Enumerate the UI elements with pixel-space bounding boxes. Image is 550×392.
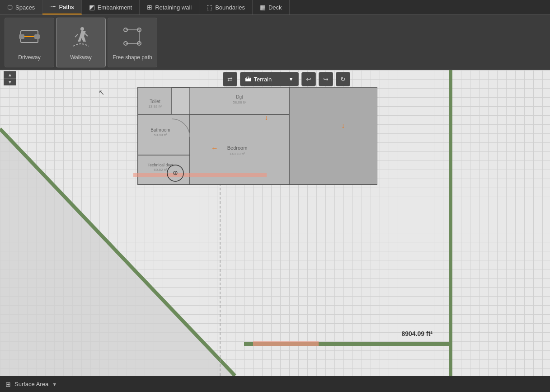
terrain-svg <box>0 70 550 376</box>
svg-rect-3 <box>34 34 40 39</box>
svg-rect-20 <box>190 87 289 114</box>
retaining-wall-icon: ⊞ <box>147 4 152 11</box>
svg-text:↓: ↓ <box>264 113 268 121</box>
tab-spaces-label: Spaces <box>15 4 35 11</box>
svg-rect-18 <box>138 155 190 184</box>
paths-icon: 〰 <box>50 3 56 10</box>
redo-button[interactable]: ↪ <box>319 72 333 86</box>
svg-rect-17 <box>138 114 190 155</box>
tab-retaining-wall-label: Retaining wall <box>155 4 192 11</box>
svg-rect-15 <box>138 87 377 184</box>
tab-paths-label: Paths <box>59 4 74 10</box>
spaces-icon: ⬡ <box>7 4 13 11</box>
svg-rect-19 <box>190 114 289 184</box>
canvas-area[interactable]: ▲ ▼ ⇄ 🏔 Terrain ▼ ↩ ↪ ↻ <box>0 70 550 376</box>
walkway-icon <box>69 24 93 52</box>
free-shape-path-label: Free shape path <box>113 54 152 61</box>
svg-text:50.90 ft²: 50.90 ft² <box>154 133 167 137</box>
svg-text:Bathroom: Bathroom <box>150 128 170 132</box>
svg-text:⊕: ⊕ <box>173 169 178 176</box>
tab-boundaries-label: Boundaries <box>215 4 245 11</box>
svg-rect-13 <box>253 341 319 346</box>
zoom-controls: ▲ ▼ <box>4 71 16 85</box>
driveway-icon <box>17 24 42 52</box>
svg-point-5 <box>80 27 84 31</box>
free-shape-path-tool[interactable]: Free shape path <box>108 18 157 67</box>
svg-text:58.08 ft²: 58.08 ft² <box>233 100 246 104</box>
svg-text:Toilet: Toilet <box>150 99 160 104</box>
zoom-up-btn[interactable]: ▲ <box>4 71 16 78</box>
tab-retaining-wall[interactable]: ⊞ Retaining wall <box>140 0 199 14</box>
tab-embankment[interactable]: ◩ Embankment <box>82 0 140 14</box>
driveway-tool[interactable]: Driveway <box>5 18 54 67</box>
driveway-label: Driveway <box>18 54 40 61</box>
area-label: 8904.09 ft² <box>402 330 432 337</box>
terrain-chevron: ▼ <box>289 76 294 82</box>
tools-toolbar: Driveway Walkway Free shape path <box>0 15 550 70</box>
embankment-icon: ◩ <box>89 4 95 11</box>
swap-button[interactable]: ⇄ <box>223 72 237 86</box>
svg-text:Dgt: Dgt <box>236 94 243 99</box>
svg-point-36 <box>167 165 183 181</box>
canvas-toolbar: ▲ ▼ ⇄ 🏔 Terrain ▼ ↩ ↪ ↻ <box>0 70 550 88</box>
svg-rect-22 <box>133 173 267 177</box>
svg-text:148.10 ft²: 148.10 ft² <box>230 152 245 156</box>
deck-icon: ▦ <box>260 4 266 11</box>
cursor-indicator: ↖ <box>99 88 104 97</box>
building-svg: Toilet 13.92 ft² Bathroom 50.90 ft² Tech… <box>133 83 377 189</box>
svg-text:60.82 ft²: 60.82 ft² <box>154 168 167 172</box>
boundaries-icon: ⬚ <box>207 4 212 11</box>
walkway-tool[interactable]: Walkway <box>56 18 106 67</box>
svg-rect-21 <box>289 87 377 184</box>
tab-spaces[interactable]: ⬡ Spaces <box>0 0 42 14</box>
svg-text:↓: ↓ <box>341 122 345 129</box>
svg-text:Bedroom: Bedroom <box>227 145 248 151</box>
svg-rect-16 <box>138 87 172 114</box>
svg-text:←: ← <box>211 144 218 152</box>
terrain-dropdown[interactable]: 🏔 Terrain ▼ <box>240 72 299 86</box>
svg-text:Technical duct: Technical duct <box>147 163 174 167</box>
free-shape-icon <box>120 24 145 52</box>
svg-rect-2 <box>19 34 24 39</box>
svg-marker-10 <box>0 129 235 376</box>
tab-paths[interactable]: 〰 Paths <box>42 0 81 14</box>
zoom-down-btn[interactable]: ▼ <box>4 78 16 85</box>
refresh-button[interactable]: ↻ <box>336 72 350 86</box>
terrain-icon: 🏔 <box>245 76 251 83</box>
undo-button[interactable]: ↩ <box>301 72 316 86</box>
tab-deck[interactable]: ▦ Deck <box>253 0 290 14</box>
tab-boundaries[interactable]: ⬚ Boundaries <box>199 0 253 14</box>
terrain-label: Terrain <box>254 76 272 83</box>
area-value: 8904.09 ft² <box>402 330 432 337</box>
tab-deck-label: Deck <box>268 4 282 11</box>
top-nav: ⬡ Spaces 〰 Paths ◩ Embankment ⊞ Retainin… <box>0 0 550 15</box>
walkway-label: Walkway <box>70 54 92 61</box>
svg-text:13.92 ft²: 13.92 ft² <box>148 104 162 109</box>
tab-embankment-label: Embankment <box>98 4 132 11</box>
